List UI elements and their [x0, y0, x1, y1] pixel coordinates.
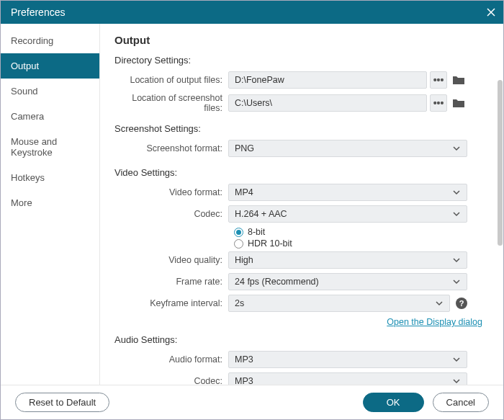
- radio-8bit[interactable]: [234, 228, 243, 237]
- radio-hdr10-label: HDR 10-bit: [248, 238, 292, 249]
- video-quality-value: High: [235, 255, 253, 265]
- radio-8bit-label: 8-bit: [248, 227, 265, 237]
- video-format-select[interactable]: MP4: [228, 184, 467, 201]
- dots-icon: •••: [433, 74, 444, 86]
- output-location-field[interactable]: D:\FonePaw: [228, 71, 427, 89]
- sidebar-item-more[interactable]: More: [1, 190, 99, 215]
- video-format-label: Video format:: [114, 187, 228, 197]
- screenshot-format-label: Screenshot format:: [114, 143, 228, 153]
- sidebar-item-mouse-keystroke[interactable]: Mouse and Keystroke: [1, 129, 99, 165]
- section-video-title: Video Settings:: [114, 167, 495, 178]
- sidebar-label: Hotkeys: [11, 172, 45, 183]
- chevron-down-icon: [452, 188, 461, 197]
- frame-rate-select[interactable]: 24 fps (Recommend): [228, 273, 467, 290]
- video-format-value: MP4: [235, 187, 253, 197]
- row-screenshot-format: Screenshot format: PNG: [114, 140, 495, 157]
- browse-output-button[interactable]: •••: [430, 71, 447, 89]
- sidebar: Recording Output Sound Camera Mouse and …: [1, 24, 100, 385]
- help-icon[interactable]: ?: [456, 298, 467, 309]
- row-bitdepth-8[interactable]: 8-bit: [114, 227, 495, 237]
- body: Recording Output Sound Camera Mouse and …: [1, 24, 503, 385]
- row-audio-format: Audio format: MP3: [114, 351, 495, 368]
- open-output-folder-button[interactable]: [450, 71, 467, 89]
- open-screenshot-folder-button[interactable]: [450, 94, 467, 112]
- audio-format-select[interactable]: MP3: [228, 351, 467, 368]
- sidebar-label: Mouse and Keystroke: [11, 136, 57, 158]
- scrollbar-thumb[interactable]: [498, 80, 503, 246]
- sidebar-item-sound[interactable]: Sound: [1, 79, 99, 104]
- sidebar-item-output[interactable]: Output: [1, 53, 99, 79]
- section-directory-title: Directory Settings:: [114, 55, 495, 66]
- ok-button[interactable]: OK: [363, 393, 424, 412]
- sidebar-label: More: [11, 197, 32, 208]
- audio-format-value: MP3: [235, 354, 253, 365]
- content: Output Directory Settings: Location of o…: [100, 24, 495, 385]
- row-video-codec: Codec: H.264 + AAC: [114, 205, 495, 223]
- chevron-down-icon: [452, 355, 461, 364]
- chevron-down-icon: [452, 377, 461, 385]
- screenshot-location-field[interactable]: C:\Users\: [228, 94, 427, 112]
- chevron-down-icon: [452, 144, 461, 153]
- audio-codec-value: MP3: [235, 376, 253, 385]
- chevron-down-icon: [435, 299, 444, 308]
- radio-hdr10[interactable]: [234, 239, 243, 249]
- sidebar-label: Camera: [11, 111, 44, 122]
- chevron-down-icon: [452, 210, 461, 218]
- page-title: Output: [114, 34, 495, 46]
- row-keyframe-interval: Keyframe interval: 2s ?: [114, 295, 495, 312]
- display-dialog-row: Open the Display dialog: [114, 316, 495, 327]
- sidebar-item-camera[interactable]: Camera: [1, 104, 99, 129]
- row-video-format: Video format: MP4: [114, 184, 495, 201]
- row-frame-rate: Frame rate: 24 fps (Recommend): [114, 273, 495, 290]
- open-display-dialog-link[interactable]: Open the Display dialog: [387, 317, 482, 327]
- close-icon[interactable]: [486, 7, 496, 17]
- sidebar-label: Recording: [11, 35, 53, 46]
- sidebar-label: Output: [11, 61, 39, 71]
- video-quality-select[interactable]: High: [228, 251, 467, 269]
- scrollbar[interactable]: [497, 24, 503, 385]
- video-quality-label: Video quality:: [114, 255, 228, 265]
- frame-rate-label: Frame rate:: [114, 277, 228, 287]
- section-audio-title: Audio Settings:: [114, 334, 495, 345]
- sidebar-label: Sound: [11, 86, 38, 97]
- output-location-value: D:\FonePaw: [235, 75, 284, 85]
- row-output-location: Location of output files: D:\FonePaw •••: [114, 71, 495, 89]
- cancel-button[interactable]: Cancel: [433, 393, 489, 412]
- screenshot-location-label: Location of screenshot files:: [114, 93, 228, 113]
- titlebar: Preferences: [1, 1, 503, 24]
- keyframe-interval-select[interactable]: 2s: [228, 295, 450, 312]
- row-bitdepth-hdr[interactable]: HDR 10-bit: [114, 238, 495, 249]
- audio-codec-label: Codec:: [114, 376, 228, 385]
- sidebar-item-hotkeys[interactable]: Hotkeys: [1, 165, 99, 190]
- row-audio-codec: Codec: MP3: [114, 372, 495, 385]
- audio-codec-select[interactable]: MP3: [228, 372, 467, 385]
- browse-screenshot-button[interactable]: •••: [430, 94, 447, 112]
- reset-to-default-button[interactable]: Reset to Default: [15, 393, 109, 412]
- frame-rate-value: 24 fps (Recommend): [235, 277, 319, 287]
- footer: Reset to Default OK Cancel: [1, 385, 503, 419]
- video-codec-select[interactable]: H.264 + AAC: [228, 205, 467, 223]
- video-codec-value: H.264 + AAC: [235, 209, 287, 219]
- audio-format-label: Audio format:: [114, 354, 228, 365]
- dots-icon: •••: [433, 97, 444, 109]
- keyframe-interval-value: 2s: [235, 298, 244, 308]
- row-video-quality: Video quality: High: [114, 251, 495, 269]
- screenshot-location-value: C:\Users\: [235, 98, 272, 108]
- output-location-label: Location of output files:: [114, 75, 228, 85]
- window-title: Preferences: [11, 6, 65, 18]
- section-screenshot-title: Screenshot Settings:: [114, 123, 495, 134]
- screenshot-format-value: PNG: [235, 143, 254, 153]
- video-codec-label: Codec:: [114, 209, 228, 219]
- screenshot-format-select[interactable]: PNG: [228, 140, 467, 157]
- chevron-down-icon: [452, 277, 461, 286]
- keyframe-interval-label: Keyframe interval:: [114, 298, 228, 308]
- content-wrap: Output Directory Settings: Location of o…: [100, 24, 503, 385]
- sidebar-item-recording[interactable]: Recording: [1, 28, 99, 53]
- row-screenshot-location: Location of screenshot files: C:\Users\ …: [114, 93, 495, 113]
- chevron-down-icon: [452, 256, 461, 264]
